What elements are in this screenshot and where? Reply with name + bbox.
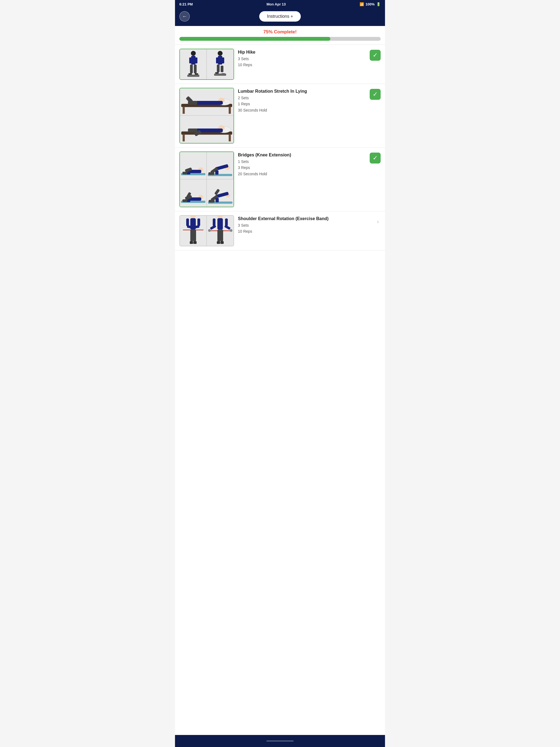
battery-icon: 🔋	[376, 2, 381, 6]
svg-rect-46	[208, 172, 214, 175]
exercise-info-lumbar: Lumbar Rotation Stretch In Lying 2 Sets …	[238, 88, 366, 113]
svg-rect-74	[218, 218, 223, 230]
home-indicator	[266, 741, 294, 742]
back-arrow-icon: ←	[182, 14, 187, 19]
svg-rect-13	[216, 57, 218, 63]
svg-rect-3	[194, 65, 197, 73]
exercise-img-shoulder-1	[180, 216, 207, 246]
svg-rect-20	[229, 107, 231, 114]
svg-rect-14	[222, 57, 224, 63]
exercise-check-hip-hike: ✓	[370, 49, 381, 61]
exercise-sets-bridges: 1 Sets	[238, 159, 366, 164]
person-figure-1	[182, 49, 204, 79]
exercise-name-shoulder: Shoulder External Rotation (Exercise Ban…	[238, 216, 371, 221]
exercise-check-lumbar: ✓	[370, 88, 381, 100]
exercise-name-bridges: Bridges (Knee Extension)	[238, 153, 366, 157]
svg-rect-4	[189, 57, 192, 63]
person-lying-2	[180, 117, 233, 143]
svg-rect-23	[196, 101, 223, 105]
exercise-reps: 10 Reps	[238, 62, 366, 68]
svg-rect-76	[225, 218, 228, 226]
svg-rect-12	[221, 66, 223, 72]
progress-section: 75% Complete!	[175, 26, 385, 45]
svg-rect-10	[218, 56, 222, 65]
svg-rect-72	[193, 241, 197, 244]
svg-rect-83	[220, 230, 223, 241]
status-right: 📶 100% 🔋	[360, 2, 381, 6]
status-time: 6:21 PM	[179, 2, 193, 6]
svg-rect-1	[191, 56, 196, 65]
exercise-info-hip-hike: Hip Hike 3 Sets 10 Reps	[238, 49, 366, 68]
exercise-image-shoulder	[179, 215, 234, 247]
svg-point-73	[217, 216, 223, 218]
exercise-reps-lumbar: 1 Reps	[238, 101, 366, 107]
instructions-button[interactable]: Instructions +	[259, 11, 301, 22]
bridge-figure-4	[207, 180, 233, 206]
completed-badge-bridges: ✓	[370, 153, 381, 163]
svg-rect-15	[215, 72, 219, 74]
svg-point-62	[190, 216, 196, 218]
exercise-img-cell	[180, 49, 207, 79]
exercise-reps-shoulder: 10 Reps	[238, 228, 371, 234]
progress-bar-container	[179, 37, 381, 41]
exercise-hold-bridges: 20 Seconds Hold	[238, 171, 366, 177]
progress-label: 75% Complete!	[179, 29, 381, 35]
svg-point-81	[230, 229, 232, 232]
exercise-img-bridges-4	[207, 179, 233, 207]
exercise-list: Hip Hike 3 Sets 10 Reps ✓	[175, 45, 385, 735]
svg-rect-61	[215, 198, 219, 202]
svg-rect-70	[193, 230, 196, 241]
svg-rect-84	[217, 241, 220, 244]
exercise-item-hip-hike[interactable]: Hip Hike 3 Sets 10 Reps ✓	[175, 45, 385, 84]
exercise-item-shoulder[interactable]: Shoulder External Rotation (Exercise Ban…	[175, 211, 385, 251]
svg-rect-11	[217, 65, 220, 72]
svg-rect-71	[190, 241, 193, 244]
exercise-image-hip-hike	[179, 49, 234, 80]
exercise-sets: 3 Sets	[238, 56, 366, 62]
checkmark-icon-bridges: ✓	[373, 154, 378, 162]
exercise-img-cell-lumbar-2	[180, 115, 233, 143]
completed-badge: ✓	[370, 50, 381, 61]
bridge-figure-2	[207, 153, 233, 179]
exercise-check-shoulder: ›	[375, 215, 381, 227]
svg-rect-54	[187, 200, 190, 202]
exercise-image-bridges	[179, 152, 234, 207]
exercise-hold-lumbar: 30 Seconds Hold	[238, 107, 366, 113]
svg-rect-5	[195, 57, 198, 63]
svg-rect-34	[188, 129, 197, 132]
svg-rect-64	[186, 218, 189, 226]
svg-point-9	[218, 51, 223, 56]
back-button[interactable]: ←	[179, 11, 190, 22]
bridge-figure-1	[180, 153, 206, 179]
exercise-img-bridges-2	[207, 152, 233, 179]
exercise-reps-bridges: 3 Reps	[238, 164, 366, 171]
wifi-icon: 📶	[360, 2, 364, 6]
exercise-img-bridges-3	[180, 179, 207, 207]
exercise-info-shoulder: Shoulder External Rotation (Exercise Ban…	[238, 215, 371, 235]
exercise-img-cell-2	[207, 49, 233, 79]
svg-rect-82	[218, 230, 221, 241]
exercise-item-bridges[interactable]: Bridges (Knee Extension) 1 Sets 3 Reps 2…	[175, 148, 385, 211]
battery-percent: 100%	[365, 2, 375, 6]
svg-rect-6	[188, 73, 192, 75]
header: ← Instructions +	[175, 8, 385, 26]
svg-rect-8	[187, 75, 199, 77]
exercise-info-bridges: Bridges (Knee Extension) 1 Sets 3 Reps 2…	[238, 152, 366, 177]
svg-point-80	[208, 229, 211, 232]
checkmark-icon: ✓	[373, 52, 378, 59]
exercise-item-lumbar[interactable]: Lumbar Rotation Stretch In Lying 2 Sets …	[175, 84, 385, 148]
svg-rect-41	[187, 172, 190, 175]
checkmark-icon-lumbar: ✓	[373, 91, 378, 98]
exercise-check-bridges: ✓	[370, 152, 381, 163]
svg-rect-28	[183, 134, 185, 141]
exercise-image-lumbar	[179, 88, 234, 144]
shoulder-figure-2	[207, 216, 233, 246]
chevron-right-icon: ›	[375, 216, 381, 227]
shoulder-figure-1	[180, 216, 206, 246]
bottom-bar	[175, 735, 385, 747]
svg-rect-47	[215, 170, 219, 175]
exercise-sets-lumbar: 2 Sets	[238, 95, 366, 101]
exercise-img-shoulder-2	[207, 216, 233, 246]
svg-rect-75	[213, 218, 215, 226]
completed-badge-lumbar: ✓	[370, 89, 381, 100]
